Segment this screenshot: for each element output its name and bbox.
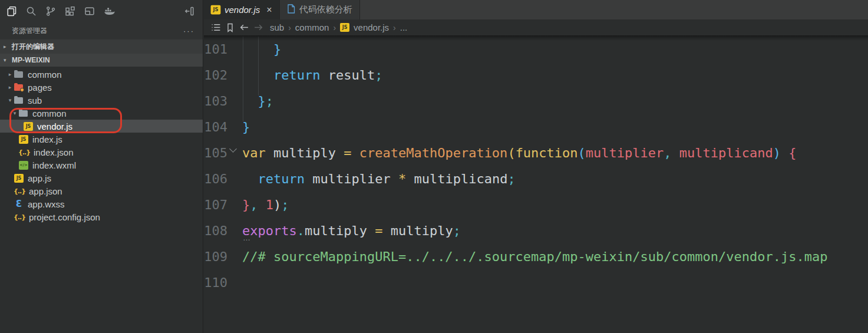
tree-item-app-json[interactable]: {..}app.json <box>0 184 203 197</box>
tree-item-pages[interactable]: ▸pages <box>0 81 203 94</box>
code-line-107: }, 1); <box>242 192 827 218</box>
breadcrumb-separator: › <box>393 23 396 32</box>
more-actions-icon[interactable]: ··· <box>183 27 194 35</box>
tree-item-label: sub <box>28 95 42 105</box>
wxss-icon: Ɛ <box>14 199 24 209</box>
tree-item-label: app.js <box>28 173 51 183</box>
line-number: 109 <box>204 244 227 270</box>
code-line-102: return result; <box>242 62 827 88</box>
open-editors-label: 打开的编辑器 <box>12 42 54 52</box>
code-line-110 <box>242 270 827 296</box>
line-number: 110 <box>204 270 227 296</box>
folder-red-icon <box>14 83 24 92</box>
js-icon: JS <box>24 122 33 131</box>
inlay-hint: … <box>243 233 251 242</box>
explorer-title: 资源管理器 <box>12 26 47 36</box>
wxml-icon: </> <box>19 161 28 170</box>
tree-item-vendor-js[interactable]: JSvendor.js <box>0 120 203 133</box>
files-explorer-icon[interactable] <box>6 5 18 17</box>
code-line-105: var multiply = createMathOperation(funct… <box>242 140 827 166</box>
code-line-104: } <box>242 114 827 140</box>
activity-bar <box>0 0 203 22</box>
code-line-101: } <box>242 37 827 62</box>
bookmark-icon[interactable] <box>223 22 237 33</box>
tree-item-label: common <box>28 70 62 80</box>
close-icon[interactable]: × <box>266 5 272 15</box>
line-number: 104 <box>204 114 227 140</box>
chevron-down-icon: ▾ <box>6 97 14 103</box>
workspace-root-label: MP-WEIXIN <box>12 56 50 64</box>
code-editor[interactable]: 101102103104105106107108109110 } return … <box>204 35 868 333</box>
file-tree: ▸common▸pages▾sub▾commonJSvendor.jsJSind… <box>0 67 203 223</box>
tree-item-label: app.wxss <box>28 199 65 209</box>
code-line-106: return multiplier * multiplicand; <box>242 166 827 192</box>
breadcrumb-item-sub[interactable]: sub <box>270 22 284 32</box>
breadcrumb-item-more[interactable]: ... <box>400 22 408 32</box>
folder-icon <box>14 70 24 79</box>
collapse-sidebar-icon[interactable] <box>184 5 196 17</box>
tree-item-project-config-json[interactable]: {..}project.config.json <box>0 210 203 223</box>
source-control-icon[interactable] <box>45 5 57 17</box>
chevron-right-icon: ▸ <box>6 84 14 90</box>
json-icon: {..} <box>19 147 29 157</box>
js-icon: JS <box>19 135 28 144</box>
window-icon[interactable] <box>84 5 95 17</box>
editor-group: JS vendor.js × 代码依赖分析 <box>204 0 868 333</box>
tab-vendor-js[interactable]: JS vendor.js × <box>204 0 280 19</box>
folder-open-icon <box>19 108 28 118</box>
js-file-icon: JS <box>340 23 349 32</box>
breadcrumb-item-vendor-js[interactable]: vendor.js <box>354 22 389 32</box>
tree-item-label: project.config.json <box>29 212 100 222</box>
tree-item-common[interactable]: ▾common <box>0 107 203 120</box>
docker-icon[interactable] <box>103 5 115 17</box>
workspace-root-section[interactable]: ▾ MP-WEIXIN <box>0 54 203 67</box>
file-icon <box>287 4 295 15</box>
tree-item-index-js[interactable]: JSindex.js <box>0 133 203 146</box>
extensions-icon[interactable] <box>64 5 76 17</box>
folder-badge <box>20 88 24 92</box>
json-icon: {..} <box>14 212 25 222</box>
breadcrumb-separator: › <box>333 23 336 32</box>
breadcrumb: sub › common › JS vendor.js › ... <box>270 22 407 32</box>
line-number: 103 <box>204 88 227 114</box>
tree-item-index-wxml[interactable]: </>index.wxml <box>0 159 203 172</box>
vscode-window: 资源管理器 ··· ▸ 打开的编辑器 ▾ MP-WEIXIN ▸common▸p… <box>0 0 868 333</box>
line-number: 101 <box>204 37 227 62</box>
breadcrumb-item-common[interactable]: common <box>295 22 329 32</box>
search-icon[interactable] <box>25 5 37 17</box>
chevron-down-icon: ▾ <box>11 110 19 116</box>
navigate-forward-icon[interactable] <box>251 22 265 33</box>
js-file-icon: JS <box>211 5 221 15</box>
tree-item-label: vendor.js <box>37 121 72 131</box>
tree-item-label: app.json <box>29 186 62 196</box>
tab-label: 代码依赖分析 <box>299 4 352 15</box>
tree-item-label: index.js <box>32 134 62 144</box>
tree-item-app-wxss[interactable]: Ɛapp.wxss <box>0 197 203 210</box>
code-lines: } return result; };}var multiply = creat… <box>242 37 827 296</box>
tree-item-label: pages <box>28 83 52 93</box>
code-line-103: }; <box>242 88 827 114</box>
folder-open-icon <box>14 95 24 105</box>
sidebar: 资源管理器 ··· ▸ 打开的编辑器 ▾ MP-WEIXIN ▸common▸p… <box>0 0 203 333</box>
tree-item-index-json[interactable]: {..}index.json <box>0 146 203 159</box>
line-number: 106 <box>204 166 227 192</box>
fold-chevron-icon[interactable] <box>229 145 237 153</box>
open-editors-section[interactable]: ▸ 打开的编辑器 <box>0 39 203 54</box>
js-icon: JS <box>14 174 24 183</box>
tree-item-label: common <box>32 108 67 118</box>
tree-item-sub[interactable]: ▾sub <box>0 94 203 107</box>
tree-item-label: index.json <box>34 147 74 157</box>
code-line-108: exports.multiply = multiply; <box>242 218 827 244</box>
navigate-back-icon[interactable] <box>237 22 251 33</box>
chevron-right-icon: ▸ <box>4 44 12 50</box>
tab-label: vendor.js <box>225 5 260 15</box>
json-icon: {..} <box>14 186 25 196</box>
tree-item-label: index.wxml <box>32 160 76 170</box>
outline-list-icon[interactable] <box>209 22 223 33</box>
tree-item-app-js[interactable]: JSapp.js <box>0 172 203 184</box>
tab-code-dependency-analysis[interactable]: 代码依赖分析 <box>280 0 360 19</box>
line-number: 102 <box>204 62 227 88</box>
breadcrumb-bar: sub › common › JS vendor.js › ... <box>204 19 868 35</box>
chevron-down-icon: ▾ <box>4 57 12 63</box>
tree-item-common[interactable]: ▸common <box>0 68 203 81</box>
